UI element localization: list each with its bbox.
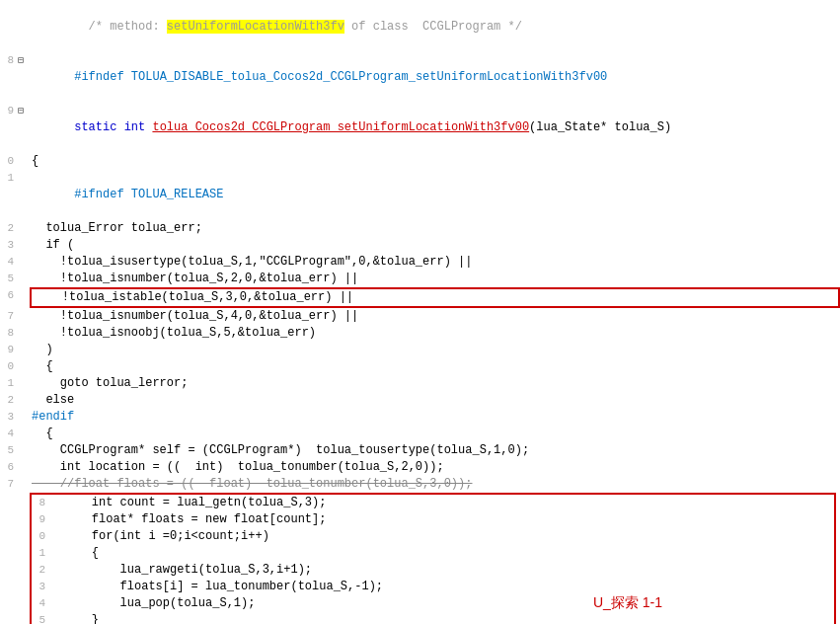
line-number: 8	[32, 495, 49, 511]
code-text: !tolua_istable(tolua_S,3,0,&tolua_err) |…	[30, 287, 840, 308]
code-line: 8 int count = lual_getn(tolua_S,3);	[32, 495, 834, 511]
line-number: 0	[0, 153, 18, 170]
line-number: 8	[0, 325, 18, 342]
code-text: !tolua_isnoobj(tolua_S,5,&tolua_err)	[30, 325, 840, 342]
code-text: lua_rawgeti(tolua_S,3,i+1);	[61, 562, 834, 579]
code-text: }	[61, 612, 834, 624]
code-text: #ifndef TOLUA_RELEASE	[30, 170, 840, 220]
code-text: tolua_Error tolua_err;	[30, 220, 840, 237]
code-line: 4 !tolua_isusertype(tolua_S,1,"CCGLProgr…	[0, 254, 840, 271]
code-line: /* method: setUniformLocationWith3fv of …	[0, 2, 840, 52]
code-text: for(int i =0;i<count;i++)	[61, 528, 834, 545]
code-text: lua_pop(tolua_S,1);	[61, 595, 834, 612]
code-line: 1 {	[32, 545, 834, 562]
code-line: 2 else	[0, 392, 840, 409]
code-line: 5 }	[32, 612, 834, 624]
code-line: 1 #ifndef TOLUA_RELEASE	[0, 170, 840, 220]
line-number: 3	[32, 579, 49, 595]
line-number: 0	[32, 528, 49, 545]
code-text: {	[30, 153, 840, 170]
line-number: 5	[32, 612, 49, 624]
line-number: 9	[0, 342, 18, 358]
code-text: !tolua_isnumber(tolua_S,4,0,&tolua_err) …	[30, 308, 840, 325]
line-number: 2	[32, 562, 49, 579]
line-number: 9	[0, 103, 18, 119]
code-text: else	[30, 392, 840, 409]
line-number: 1	[0, 170, 18, 187]
line-number: 4	[0, 426, 18, 442]
line-number: 9	[32, 511, 49, 528]
line-number: 1	[32, 545, 49, 562]
line-number: 7	[0, 476, 18, 493]
code-line: 2 lua_rawgeti(tolua_S,3,i+1);	[32, 562, 834, 579]
line-number: 4	[0, 254, 18, 271]
code-text: CCGLProgram* self = (CCGLProgram*) tolua…	[30, 442, 840, 459]
line-number: 0	[0, 358, 18, 375]
code-text: )	[30, 342, 840, 358]
code-line: 2 tolua_Error tolua_err;	[0, 220, 840, 237]
code-line: 3 #endif	[0, 409, 840, 426]
code-text: /* method: setUniformLocationWith3fv of …	[30, 2, 840, 52]
fold-icon: ⊟	[18, 103, 30, 119]
code-line: 8 ⊟ #ifndef TOLUA_DISABLE_tolua_Cocos2d_…	[0, 52, 840, 103]
code-text: #endif	[30, 409, 840, 426]
code-line: 9 ⊟ static int tolua_Cocos2d_CCGLProgram…	[0, 103, 840, 153]
code-line: 9 float* floats = new float[count];	[32, 511, 834, 528]
code-text: goto tolua_lerror;	[30, 375, 840, 392]
line-number: 6	[0, 287, 18, 304]
code-text: static int tolua_Cocos2d_CCGLProgram_set…	[30, 103, 840, 153]
code-text: #ifndef TOLUA_DISABLE_tolua_Cocos2d_CCGL…	[30, 52, 840, 103]
code-line: 3 if (	[0, 237, 840, 254]
code-line: 4 {	[0, 426, 840, 442]
line-number: 1	[0, 375, 18, 392]
code-text: if (	[30, 237, 840, 254]
code-text: int count = lual_getn(tolua_S,3);	[61, 495, 834, 511]
code-text: floats[i] = lua_tonumber(tolua_S,-1);	[61, 579, 834, 595]
line-number: 3	[0, 237, 18, 254]
bottom-label: U_探索 1-1	[593, 594, 662, 612]
code-text: float* floats = new float[count];	[61, 511, 834, 528]
code-line: 0 {	[0, 358, 840, 375]
fold-icon: ⊟	[18, 52, 30, 69]
code-text: {	[30, 358, 840, 375]
line-number: 5	[0, 271, 18, 287]
boxed-section-2: 8 int count = lual_getn(tolua_S,3); 9 fl…	[30, 493, 836, 624]
code-line: 9 )	[0, 342, 840, 358]
code-line: 8 !tolua_isnoobj(tolua_S,5,&tolua_err)	[0, 325, 840, 342]
code-line-boxed: 6 !tolua_istable(tolua_S,3,0,&tolua_err)…	[0, 287, 840, 308]
line-number: 4	[32, 595, 49, 612]
code-container: /* method: setUniformLocationWith3fv of …	[0, 0, 840, 624]
code-text: !tolua_isusertype(tolua_S,1,"CCGLProgram…	[30, 254, 840, 271]
code-text: int location = (( int) tolua_tonumber(to…	[30, 459, 840, 476]
code-line: 1 goto tolua_lerror;	[0, 375, 840, 392]
code-line: 4 lua_pop(tolua_S,1);	[32, 595, 834, 612]
line-number: 8	[0, 52, 18, 69]
code-text: !tolua_isnumber(tolua_S,2,0,&tolua_err) …	[30, 271, 840, 287]
code-line: 0 {	[0, 153, 840, 170]
code-line: 7 //float floats = (( float) tolua_tonum…	[0, 476, 840, 493]
code-line: 5 CCGLProgram* self = (CCGLProgram*) tol…	[0, 442, 840, 459]
code-line: 7 !tolua_isnumber(tolua_S,4,0,&tolua_err…	[0, 308, 840, 325]
code-text: {	[61, 545, 834, 562]
line-number: 6	[0, 459, 18, 476]
code-text: {	[30, 426, 840, 442]
code-line: 0 for(int i =0;i<count;i++)	[32, 528, 834, 545]
code-text: //float floats = (( float) tolua_tonumbe…	[30, 476, 840, 493]
code-line: 6 int location = (( int) tolua_tonumber(…	[0, 459, 840, 476]
line-number: 3	[0, 409, 18, 426]
line-number: 2	[0, 220, 18, 237]
code-line: 3 floats[i] = lua_tonumber(tolua_S,-1);	[32, 579, 834, 595]
line-number: 7	[0, 308, 18, 325]
line-number: 5	[0, 442, 18, 459]
line-number: 2	[0, 392, 18, 409]
code-line: 5 !tolua_isnumber(tolua_S,2,0,&tolua_err…	[0, 271, 840, 287]
